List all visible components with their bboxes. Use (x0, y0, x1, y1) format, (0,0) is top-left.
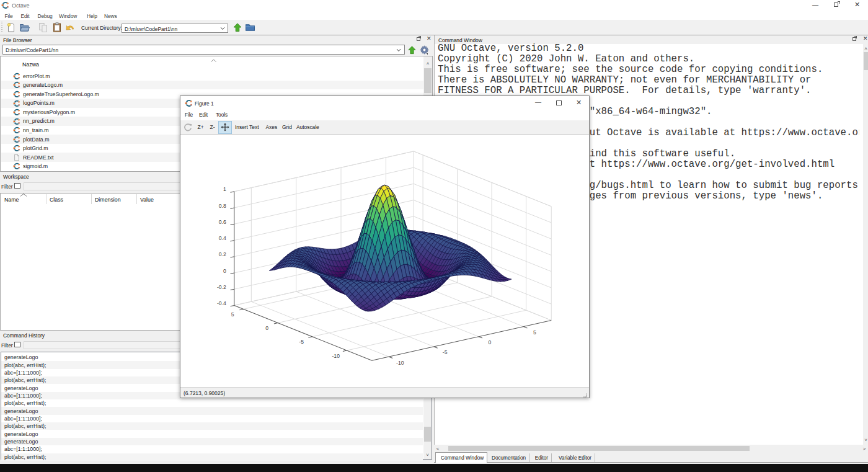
svg-text:0: 0 (489, 339, 492, 345)
svg-text:-10: -10 (332, 353, 340, 359)
svg-text:0.6: 0.6 (219, 219, 226, 225)
svg-text:5: 5 (533, 329, 536, 336)
svg-text:0.4: 0.4 (219, 235, 226, 241)
svg-text:0: 0 (223, 268, 226, 274)
svg-text:5: 5 (231, 311, 234, 318)
svg-text:-0.4: -0.4 (217, 300, 226, 306)
svg-text:0: 0 (265, 325, 268, 331)
svg-text:-5: -5 (299, 339, 304, 345)
svg-text:-10: -10 (396, 360, 404, 366)
svg-text:0.2: 0.2 (219, 251, 226, 257)
svg-text:-5: -5 (443, 349, 448, 355)
svg-text:1: 1 (223, 186, 226, 192)
svg-text:0.8: 0.8 (219, 203, 226, 209)
svg-text:-0.2: -0.2 (217, 284, 226, 290)
